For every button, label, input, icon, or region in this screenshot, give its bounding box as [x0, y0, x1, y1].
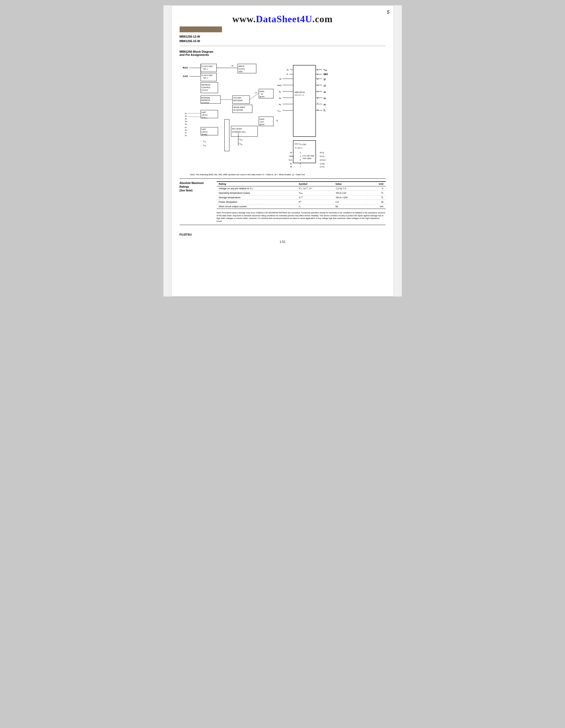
svg-text:A₉: A₉ [287, 69, 289, 71]
cell-value: -55 to 110 [333, 191, 367, 195]
svg-text:A₇: A₇ [185, 132, 187, 134]
svg-text:12: 12 [320, 166, 322, 168]
cell-rating: Short circuit output current [217, 204, 297, 209]
svg-text:A₁: A₁ [279, 103, 281, 106]
cell-unit: °C [367, 195, 386, 200]
svg-text:3: 3 [300, 152, 301, 154]
svg-text:CAS: CAS [324, 73, 328, 76]
svg-text:INTERNAL: INTERNAL [201, 97, 210, 99]
svg-text:9-BIT: 9-BIT [201, 111, 206, 113]
svg-text:9-BIT: 9-BIT [201, 128, 206, 130]
svg-text:VSS: VSS [324, 69, 327, 71]
cell-unit: W [367, 200, 386, 204]
cell-rating: Operating temperature (case) [217, 191, 297, 195]
svg-text:→Q: →Q [275, 120, 278, 122]
datasheet-page: www.DataSheet4U.com 5 MB81256-12-W MB812… [171, 5, 394, 296]
svg-text:A₄: A₄ [322, 165, 324, 168]
page-footer: 1-51 [179, 240, 386, 246]
svg-text:LCC-18C-A08: LCC-18C-A08 [302, 155, 314, 157]
svg-rect-34 [232, 105, 252, 113]
svg-text:A₄: A₄ [324, 97, 326, 100]
svg-text:LATCH: LATCH [201, 131, 207, 133]
table-header-row: Rating Symbol Value Unit [217, 182, 386, 186]
ratings-table-container: Rating Symbol Value Unit Voltage on any … [217, 181, 386, 223]
svg-text:← VSS: ← VSS [200, 144, 206, 147]
table-row: Operating temperature (case)Tₒₘ-55 to 11… [217, 191, 386, 195]
svg-text:← VCC: ← VCC [200, 140, 206, 143]
svg-text:NO. 1: NO. 1 [203, 68, 208, 70]
svg-text:VCC: VCC [277, 110, 281, 112]
section-divider [179, 178, 386, 179]
svg-text:RAS: RAS [289, 155, 293, 158]
block-diagram-svg: RAS CLOCK GEN. NO. 1 WRITE CLOCK GEN. →W… [179, 59, 386, 170]
svg-text:BUFF.: BUFF. [259, 96, 264, 98]
col-value: Value [333, 182, 367, 186]
cell-symbol: Iᶜₛ [297, 204, 334, 209]
ratings-see-note: (See Note) [179, 189, 211, 192]
svg-text:A₅: A₅ [324, 104, 326, 106]
svg-text:CLOCK: CLOCK [201, 89, 208, 91]
svg-text:8: 8 [317, 109, 318, 111]
svg-text:CONTROL: CONTROL [201, 87, 210, 88]
svg-text:A₂: A₂ [290, 165, 292, 168]
svg-text:N.C.: N.C. [289, 159, 293, 161]
svg-text:COLUMN: COLUMN [233, 97, 241, 99]
svg-text:REFRESH: REFRESH [201, 84, 210, 86]
svg-text:A₀: A₀ [290, 163, 292, 165]
svg-text:IN: IN [261, 93, 263, 95]
ratings-section-title: Absolute Maximum Ratings [179, 181, 211, 189]
svg-text:COUNTER: COUNTER [201, 102, 209, 104]
svg-text:A₈: A₈ [185, 134, 187, 136]
cell-unit: V [367, 186, 386, 191]
svg-text:I/O GATING: I/O GATING [233, 109, 243, 111]
diagram-note: Note: The following IEEE Std. 662-1980 s… [179, 173, 386, 176]
svg-rect-3 [200, 64, 216, 72]
svg-text:A₂: A₂ [185, 118, 187, 120]
svg-text:A₆: A₆ [185, 129, 187, 131]
svg-text:NO. 2: NO. 2 [203, 77, 208, 79]
cell-rating: Power dissipation [217, 200, 297, 204]
svg-text:6: 6 [317, 97, 318, 99]
svg-text:→W: →W [230, 65, 233, 67]
svg-rect-48 [224, 119, 229, 151]
svg-text:(COL.): (COL.) [201, 117, 207, 119]
cell-value: 50 [333, 204, 367, 209]
cell-rating: Voltage on any pin relative to Vₛₛ [217, 186, 297, 191]
svg-text:5: 5 [300, 159, 301, 161]
svg-text:4: 4 [300, 155, 301, 157]
cell-value: -1.0 to 7.0 [333, 186, 367, 191]
ratings-note: Note: Permanent device damage may occur … [217, 212, 386, 223]
divider-top [179, 46, 386, 46]
svg-text:CAS: CAS [182, 75, 187, 78]
table-row: Voltage on any pin relative to VₛₛVᴵₙ, V… [217, 186, 386, 191]
svg-text:CLOCK: CLOCK [238, 68, 245, 70]
table-row: Short circuit output currentIᶜₛ50mA [217, 204, 386, 209]
svg-text:6: 6 [300, 163, 301, 165]
svg-text:A₀: A₀ [279, 91, 281, 93]
brand-label: FUJITSU [179, 233, 386, 236]
table-row: Storage temperatureTₛᵀᴳ-55 to +150°C [217, 195, 386, 200]
svg-text:N.C.: N.C. [322, 159, 326, 161]
col-symbol: Symbol [297, 182, 334, 186]
footer-divider [179, 225, 386, 225]
svg-text:BUFF.: BUFF. [259, 124, 264, 125]
website-header: www.DataSheet4U.com [179, 11, 386, 26]
cell-unit: °C [367, 191, 386, 195]
block-diagram-section-title: MB81256 Block Diagram and Pin Assignment… [179, 50, 386, 56]
svg-text:CLOCK GEN.: CLOCK GEN. [201, 65, 213, 67]
svg-text:262,144-BIT: 262,144-BIT [232, 128, 242, 130]
cell-symbol: Vᴵₙ, Vₒᵁᵀ, Vᶜᶜ [297, 186, 334, 191]
table-row: Power dissipationPᴰ1.0W [217, 200, 386, 204]
svg-text:LATCH: LATCH [201, 114, 207, 116]
svg-text:15: 15 [320, 155, 322, 157]
svg-text:Q: Q [322, 151, 324, 154]
svg-rect-68 [293, 65, 316, 136]
svg-text:2   1   18  17: 2 1 18 17 [295, 147, 302, 149]
svg-text:A₁: A₁ [185, 115, 187, 117]
svg-text:GEN.: GEN. [238, 71, 243, 73]
svg-text:W: W [290, 151, 292, 154]
svg-text:5: 5 [317, 91, 318, 93]
svg-text:(252,144 × 1): (252,144 × 1) [294, 94, 304, 96]
svg-text:W: W [279, 78, 281, 80]
svg-text:A₃: A₃ [324, 91, 326, 93]
